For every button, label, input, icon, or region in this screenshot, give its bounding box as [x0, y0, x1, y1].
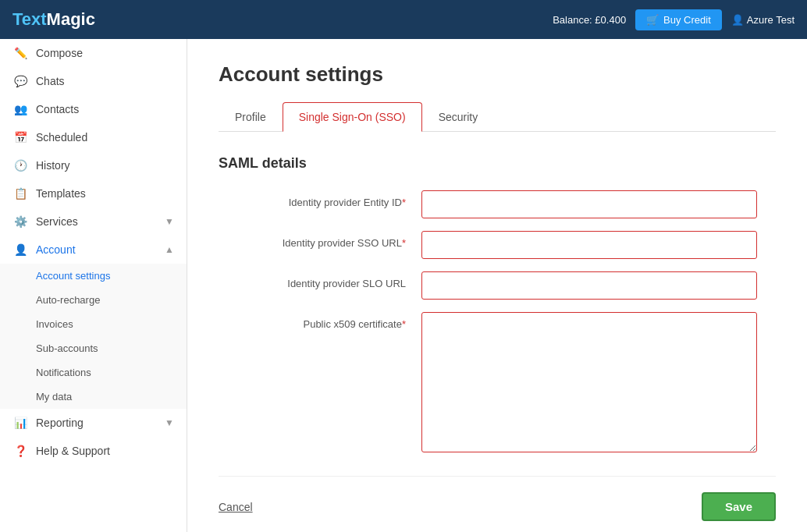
- logo: TextMagic: [12, 9, 95, 30]
- sidebar-item-label: Services: [36, 215, 78, 228]
- sidebar-subitem-invoices[interactable]: Invoices: [0, 312, 187, 336]
- label-slo-url: Identity provider SLO URL: [219, 271, 421, 289]
- contacts-icon: 👥: [12, 103, 28, 115]
- account-arrow-icon: ▲: [165, 244, 174, 255]
- page-title: Account settings: [219, 62, 776, 87]
- sidebar-item-compose[interactable]: ✏️ Compose: [0, 39, 187, 67]
- sidebar-item-label: Chats: [36, 75, 65, 87]
- sidebar-item-chats[interactable]: 💬 Chats: [0, 67, 187, 95]
- sidebar-item-label: Scheduled: [36, 131, 87, 144]
- form-row-certificate: Public x509 certificate*: [219, 312, 776, 452]
- sidebar-item-services[interactable]: ⚙️ Services ▼: [0, 207, 187, 236]
- reporting-icon: 📊: [12, 417, 28, 429]
- saml-section-title: SAML details: [219, 155, 776, 172]
- sidebar-item-help-support[interactable]: ❓ Help & Support: [0, 437, 187, 465]
- sidebar-item-label: Templates: [36, 187, 86, 200]
- layout: ✏️ Compose 💬 Chats 👥 Contacts 📅 Schedule…: [0, 39, 807, 532]
- required-star: *: [402, 197, 406, 208]
- header: TextMagic Balance: £0.400 🛒 Buy Credit 👤…: [0, 0, 807, 39]
- sidebar-item-reporting[interactable]: 📊 Reporting ▼: [0, 409, 187, 437]
- sidebar-item-label: Contacts: [36, 103, 79, 115]
- saml-section: SAML details Identity provider Entity ID…: [219, 155, 776, 521]
- sidebar-subitem-my-data[interactable]: My data: [0, 385, 187, 409]
- sidebar-item-label: Help & Support: [36, 445, 110, 457]
- label-entity-id: Identity provider Entity ID*: [219, 190, 421, 208]
- form-row-sso-url: Identity provider SSO URL*: [219, 231, 776, 259]
- sidebar-item-label: History: [36, 159, 70, 172]
- tab-sso[interactable]: Single Sign-On (SSO): [283, 102, 422, 132]
- tab-profile[interactable]: Profile: [219, 102, 283, 132]
- sidebar-item-contacts[interactable]: 👥 Contacts: [0, 95, 187, 123]
- sidebar-subitem-notifications[interactable]: Notifications: [0, 360, 187, 385]
- input-slo-url[interactable]: [421, 271, 757, 300]
- chats-icon: 💬: [12, 75, 28, 87]
- help-icon: ❓: [12, 445, 28, 457]
- header-right: Balance: £0.400 🛒 Buy Credit 👤 Azure Tes…: [553, 9, 795, 30]
- required-star: *: [402, 318, 406, 330]
- account-icon: 👤: [12, 243, 28, 256]
- form-actions: Cancel Save: [219, 476, 776, 521]
- save-button[interactable]: Save: [702, 492, 776, 521]
- services-arrow-icon: ▼: [165, 216, 174, 227]
- input-sso-url[interactable]: [421, 231, 757, 259]
- history-icon: 🕐: [12, 159, 28, 172]
- tabs: Profile Single Sign-On (SSO) Security: [219, 102, 776, 132]
- user-menu-button[interactable]: 👤 Azure Test: [731, 14, 795, 26]
- buy-credit-button[interactable]: 🛒 Buy Credit: [635, 9, 722, 30]
- textarea-certificate[interactable]: [421, 312, 757, 452]
- cancel-button[interactable]: Cancel: [219, 501, 253, 513]
- sidebar-item-scheduled[interactable]: 📅 Scheduled: [0, 123, 187, 151]
- form-row-entity-id: Identity provider Entity ID*: [219, 190, 776, 218]
- sidebar-item-templates[interactable]: 📋 Templates: [0, 179, 187, 207]
- account-submenu: Account settings Auto-recharge Invoices …: [0, 264, 187, 409]
- balance-label: Balance: £0.400: [553, 14, 626, 26]
- sidebar-item-label: Reporting: [36, 417, 84, 429]
- required-star: *: [402, 237, 406, 249]
- sidebar-subitem-account-settings[interactable]: Account settings: [0, 264, 187, 288]
- sidebar: ✏️ Compose 💬 Chats 👥 Contacts 📅 Schedule…: [0, 39, 187, 532]
- input-entity-id[interactable]: [421, 190, 757, 218]
- sidebar-subitem-sub-accounts[interactable]: Sub-accounts: [0, 336, 187, 360]
- tab-security[interactable]: Security: [422, 102, 495, 132]
- sidebar-subitem-auto-recharge[interactable]: Auto-recharge: [0, 288, 187, 312]
- sidebar-item-history[interactable]: 🕐 History: [0, 151, 187, 179]
- services-icon: ⚙️: [12, 215, 28, 228]
- compose-icon: ✏️: [12, 47, 28, 59]
- form-row-slo-url: Identity provider SLO URL: [219, 271, 776, 300]
- scheduled-icon: 📅: [12, 131, 28, 144]
- reporting-arrow-icon: ▼: [165, 417, 174, 428]
- templates-icon: 📋: [12, 187, 28, 200]
- label-sso-url: Identity provider SSO URL*: [219, 231, 421, 249]
- main-content: Account settings Profile Single Sign-On …: [187, 39, 807, 532]
- sidebar-item-label: Account: [36, 243, 76, 256]
- sidebar-item-label: Compose: [36, 47, 83, 59]
- sidebar-item-account[interactable]: 👤 Account ▲: [0, 236, 187, 264]
- label-certificate: Public x509 certificate*: [219, 312, 421, 330]
